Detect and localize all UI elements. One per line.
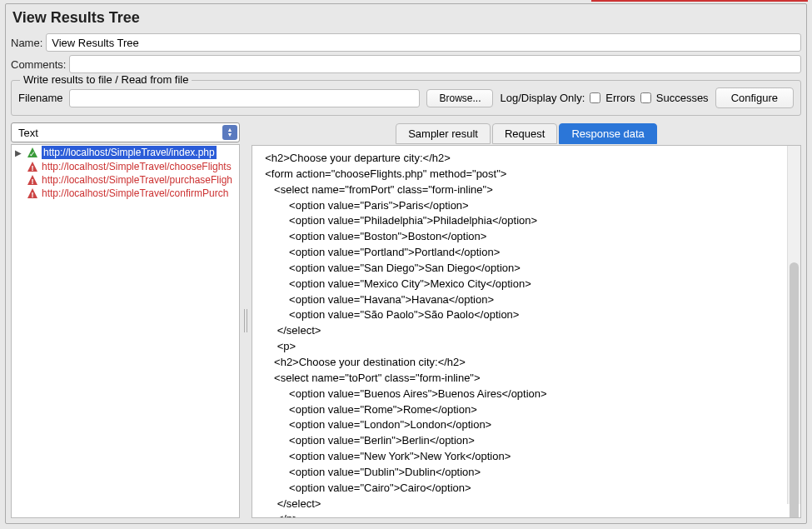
svg-text:!: ! [32, 164, 34, 172]
comments-input[interactable] [69, 55, 801, 73]
expand-arrow-icon[interactable]: ▶ [15, 148, 23, 157]
tree-row[interactable]: !http://localhost/SimpleTravel/confirmPu… [12, 187, 239, 200]
tree-row[interactable]: ▶✓http://localhost/SimpleTravel/index.ph… [12, 145, 239, 160]
name-label: Name: [11, 37, 42, 49]
response-line: <option value="Paris">Paris</option> [259, 198, 794, 214]
svg-text:✓: ✓ [29, 150, 36, 158]
tree-item-label: http://localhost/SimpleTravel/purchaseFl… [42, 174, 232, 186]
comments-row: Comments: [6, 53, 806, 75]
response-line: <h2>Choose your destination city:</h2> [259, 355, 794, 371]
vertical-scrollbar[interactable] [787, 146, 800, 504]
tree-row[interactable]: !http://localhost/SimpleTravel/purchaseF… [12, 173, 239, 187]
success-icon: ✓ [27, 147, 38, 158]
errors-checkbox[interactable] [590, 92, 600, 103]
tree-row[interactable]: !http://localhost/SimpleTravel/chooseFli… [12, 160, 239, 173]
response-line: <select name="toPort" class="form-inline… [259, 371, 794, 387]
response-line: <option value="San Diego">San Diego</opt… [259, 261, 794, 277]
filename-label: Filename [18, 92, 62, 104]
tabs-row: Sampler result Request Response data [252, 122, 801, 143]
response-line: </select> [259, 497, 794, 512]
errors-label: Errors [605, 92, 635, 104]
response-line: <option value="Buenos Aires">Buenos Aire… [259, 387, 794, 402]
response-line: <option value="Cairo">Cairo</option> [259, 481, 794, 497]
browse-button[interactable]: Browse... [426, 89, 493, 107]
comments-label: Comments: [11, 58, 66, 71]
page-title: View Results Tree [6, 4, 806, 32]
response-line: <option value="Boston">Boston</option> [259, 229, 794, 245]
tab-sampler-result[interactable]: Sampler result [396, 123, 491, 144]
vertical-splitter[interactable] [243, 122, 248, 518]
svg-text:!: ! [32, 191, 34, 199]
successes-label: Successes [656, 92, 709, 104]
renderer-combo-value: Text [18, 127, 38, 139]
response-line: <h2>Choose your departure city:</h2> [259, 151, 794, 167]
successes-checkbox[interactable] [640, 92, 651, 103]
tree-item-label: http://localhost/SimpleTravel/confirmPur… [42, 187, 228, 199]
name-row: Name: [6, 32, 806, 53]
renderer-combo[interactable]: Text ▲▼ [11, 122, 240, 142]
left-panel: Text ▲▼ ▶✓http://localhost/SimpleTravel/… [11, 122, 240, 518]
response-line: <option value="Philadelphia">Philadelphi… [259, 213, 794, 229]
tree-item-label: http://localhost/SimpleTravel/chooseFlig… [42, 161, 232, 172]
response-line: <option value="Dublin">Dublin</option> [259, 465, 794, 481]
scrollbar-thumb[interactable] [790, 262, 799, 518]
response-line: <option value="Berlin">Berlin</option> [259, 433, 794, 449]
response-line: <option value="São Paolo">São Paolo</opt… [259, 307, 794, 323]
configure-button[interactable]: Configure [715, 87, 794, 108]
warning-icon: ! [27, 187, 38, 199]
results-tree[interactable]: ▶✓http://localhost/SimpleTravel/index.ph… [11, 144, 240, 518]
response-line: <p> [259, 339, 794, 355]
warning-icon: ! [27, 161, 38, 172]
response-line: <option value="London">London</option> [259, 417, 794, 433]
panel-container: View Results Tree Name: Comments: Write … [5, 3, 807, 524]
log-display-group: Log/Display Only: Errors Successes [500, 92, 708, 104]
response-line: <option value="Portland">Portland</optio… [259, 245, 794, 261]
response-line: </p> [259, 512, 794, 518]
right-panel: Sampler result Request Response data <h2… [252, 122, 801, 518]
tab-request[interactable]: Request [492, 123, 557, 144]
tree-item-label: http://localhost/SimpleTravel/index.php [42, 146, 217, 159]
response-line: <select name="fromPort" class="form-inli… [259, 182, 794, 198]
response-line: <option value="Mexico City">Mexico City<… [259, 277, 794, 292]
svg-text:!: ! [32, 177, 34, 186]
response-line: <form action="chooseFlights.php" method=… [259, 167, 794, 182]
warning-icon: ! [27, 174, 38, 186]
tab-response-data[interactable]: Response data [559, 123, 656, 144]
name-input[interactable] [46, 33, 801, 52]
response-text-area[interactable]: <h2>Choose your departure city:</h2> <fo… [252, 145, 801, 518]
response-line: <option value="New York">New York</optio… [259, 449, 794, 465]
fieldset-legend: Write results to file / Read from file [20, 73, 192, 86]
split-area: Text ▲▼ ▶✓http://localhost/SimpleTravel/… [11, 122, 801, 518]
filename-input[interactable] [69, 89, 420, 107]
splitter-grip-icon [244, 309, 247, 332]
write-results-fieldset: Write results to file / Read from file F… [11, 80, 801, 116]
logdisplay-label: Log/Display Only: [500, 92, 585, 104]
response-line: <option value="Havana">Havana</option> [259, 292, 794, 308]
combo-arrows-icon: ▲▼ [222, 125, 237, 140]
top-accent-bar [591, 0, 808, 2]
response-line: <option value="Rome">Rome</option> [259, 402, 794, 418]
response-line: </select> [259, 323, 794, 339]
